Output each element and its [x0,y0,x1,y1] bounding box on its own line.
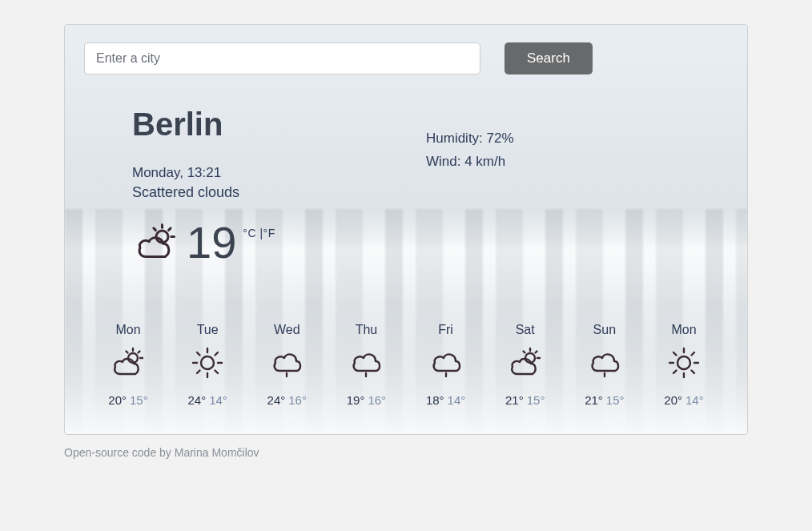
sunny-icon [188,344,227,382]
unit-separator: | [256,227,263,239]
forecast-high: 21° [505,393,524,407]
forecast-low: 15° [130,393,148,407]
forecast-low: 15° [527,393,545,407]
forecast-temps: 24°14° [171,393,243,407]
forecast-day: Sat21°15° [489,323,561,407]
forecast-row: Mon20°15°Tue24°14°Wed24°16°Thu19°16°Fri1… [84,323,728,412]
rain-icon [427,344,465,382]
forecast-day: Thu19°16° [330,323,402,407]
forecast-day: Mon20°14° [648,323,720,407]
forecast-temps: 20°15° [92,393,164,407]
forecast-high: 24° [267,393,286,407]
unit-toggle: °C |°F [243,219,275,239]
forecast-day-name: Sun [569,323,641,337]
forecast-low: 16° [288,393,307,407]
unit-fahrenheit-link[interactable]: °F [263,227,275,239]
humidity-value: Humidity: 72% [426,127,696,151]
forecast-temps: 19°16° [330,393,402,407]
partly-cloudy-icon [506,344,545,382]
forecast-low: 16° [368,393,386,407]
forecast-day: Tue24°14° [171,323,243,407]
partly-cloudy-icon [109,344,147,382]
forecast-temps: 18°14° [410,393,482,407]
forecast-day-name: Wed [251,323,323,337]
overview: Berlin Monday, 13:21 Scattered clouds 19… [84,107,728,267]
wind-value: Wind: 4 km/h [426,151,696,174]
search-button[interactable]: Search [504,42,593,74]
forecast-temps: 24°16° [251,393,323,407]
forecast-day-name: Thu [330,323,402,337]
weather-card: Search Berlin Monday, 13:21 Scattered cl… [64,24,748,435]
rain-icon [585,344,624,382]
forecast-day-name: Fri [410,323,482,337]
forecast-day-name: Mon [92,323,164,337]
forecast-day-name: Sat [489,323,561,337]
forecast-high: 19° [347,393,365,407]
forecast-temps: 21°15° [569,393,641,407]
forecast-day-name: Tue [171,323,243,337]
rain-icon [267,344,306,382]
forecast-low: 14° [448,393,466,407]
sunny-icon [665,344,703,382]
forecast-low: 15° [606,393,625,407]
forecast-day: Fri18°14° [410,323,482,407]
current-temperature: 19 [187,220,236,265]
forecast-low: 14° [685,393,704,407]
open-source-link[interactable]: Open-source code [64,446,159,459]
forecast-high: 20° [108,393,127,407]
rain-icon [347,344,385,382]
current-weather-icon [132,219,180,267]
date-time: Monday, 13:21 [132,165,402,181]
forecast-high: 21° [585,393,603,407]
unit-celsius-link[interactable]: °C [243,227,256,239]
forecast-high: 18° [426,393,444,407]
footer: Open-source code by Marina Momčilov [64,446,748,459]
forecast-day: Sun21°15° [569,323,641,407]
search-row: Search [84,42,728,74]
author-credit: by Marina Momčilov [159,446,259,459]
forecast-day-name: Mon [648,323,720,337]
forecast-low: 14° [209,393,227,407]
city-input[interactable] [84,42,480,74]
forecast-high: 24° [187,393,206,407]
forecast-high: 20° [664,393,682,407]
weather-description: Scattered clouds [132,184,402,201]
city-name: Berlin [132,107,402,143]
forecast-temps: 20°14° [648,393,720,407]
forecast-day: Mon20°15° [92,323,164,407]
forecast-day: Wed24°16° [251,323,323,407]
forecast-temps: 21°15° [489,393,561,407]
